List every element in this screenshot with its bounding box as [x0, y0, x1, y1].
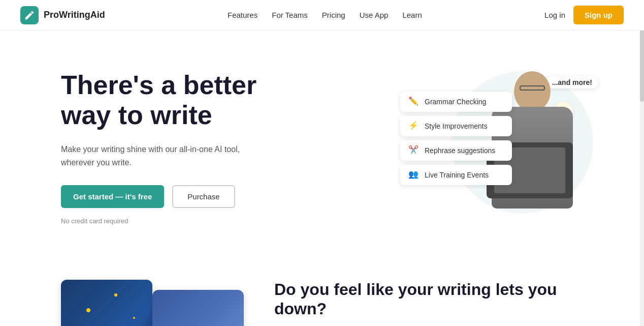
hero-left: There's a better way to write Make your … [61, 70, 274, 225]
hero-illustration: ...and more! ⭐ ✏️ Grammar Checking ⚡ S [400, 61, 603, 234]
style-icon: ⚡ [408, 121, 420, 132]
section2-text: Do you feel like your writing lets you d… [274, 275, 603, 326]
person-head [514, 71, 551, 112]
feature-cards: ✏️ Grammar Checking ⚡ Style Improvements… [400, 92, 512, 185]
nav-features[interactable]: Features [228, 11, 257, 19]
feature-card-rephrase: ✂️ Rephrase suggestions [400, 140, 512, 161]
section2: My idea in my head Do you feel like your… [0, 254, 644, 326]
nav-for-teams[interactable]: For Teams [272, 11, 308, 19]
section2-images: My idea in my head [61, 275, 244, 326]
section2-title: Do you feel like your writing lets you d… [274, 280, 603, 319]
hero-section: There's a better way to write Make your … [0, 31, 644, 254]
logo-text: ProWritingAid [44, 10, 105, 20]
get-started-button[interactable]: Get started — it's free [61, 185, 164, 208]
nav-pricing[interactable]: Pricing [322, 11, 345, 19]
purchase-button[interactable]: Purchase [172, 185, 235, 208]
grammar-icon: ✏️ [408, 96, 420, 107]
logo[interactable]: ProWritingAid [20, 6, 105, 24]
no-credit-text: No credit card required [61, 217, 274, 225]
logo-icon [20, 6, 39, 24]
scrollbar[interactable] [640, 0, 644, 326]
nav-links: Features For Teams Pricing Use App Learn [228, 11, 422, 19]
navbar: ProWritingAid Features For Teams Pricing… [0, 0, 644, 31]
rephrase-icon: ✂️ [408, 145, 420, 156]
feature-card-style: ⚡ Style Improvements [400, 116, 512, 136]
logo-svg [24, 10, 35, 21]
feature-card-grammar: ✏️ Grammar Checking [400, 92, 512, 112]
person-glasses [520, 85, 545, 91]
hero-title: There's a better way to write [61, 70, 274, 131]
nav-learn[interactable]: Learn [402, 11, 422, 19]
signup-button[interactable]: Sign up [573, 6, 624, 24]
nav-use-app[interactable]: Use App [360, 11, 389, 19]
training-icon: 👥 [408, 169, 420, 181]
hero-subtitle: Make your writing shine with our all-in-… [61, 143, 274, 169]
login-button[interactable]: Log in [544, 11, 565, 19]
hero-buttons: Get started — it's free Purchase [61, 185, 274, 208]
starry-night-image [61, 280, 152, 326]
feature-card-training: 👥 Live Training Events [400, 165, 512, 185]
starry-night-card [61, 280, 152, 326]
nav-actions: Log in Sign up [544, 6, 624, 24]
idea-card [152, 290, 244, 326]
